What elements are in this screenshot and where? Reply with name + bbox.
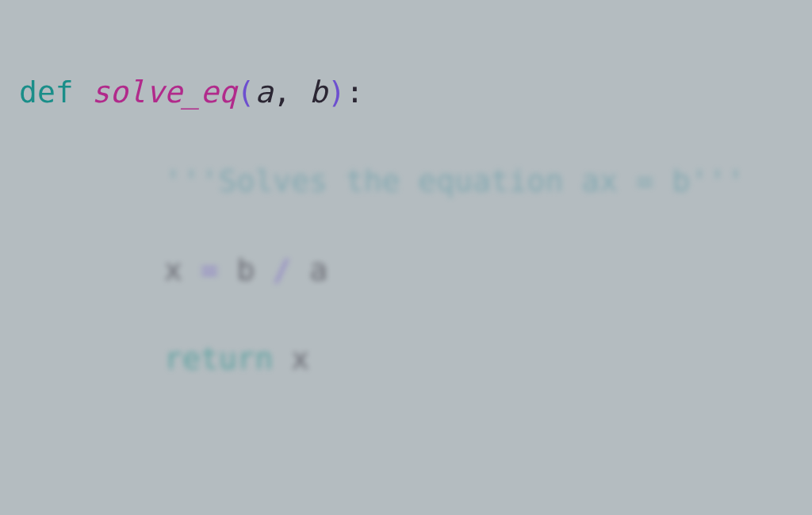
keyword-return: return <box>164 341 291 376</box>
keyword-def: def <box>19 75 92 110</box>
code-line-3: x = b / a <box>19 248 793 292</box>
indent <box>19 252 164 287</box>
var-a: a <box>309 252 327 287</box>
param-b: b <box>309 75 327 110</box>
code-line-1: def solve_eq(a, b): <box>19 70 793 114</box>
indent <box>19 163 164 198</box>
paren-open: ( <box>237 75 255 110</box>
space <box>291 252 309 287</box>
var-b: b <box>237 252 255 287</box>
code-line-4: return x <box>19 336 793 381</box>
op-eq: = <box>201 252 237 287</box>
space <box>255 252 273 287</box>
colon: : <box>346 75 364 110</box>
function-name: solve_eq <box>92 75 237 110</box>
docstring: '''Solves the equation ax = b''' <box>164 163 745 198</box>
param-a: a <box>255 75 273 110</box>
indent <box>19 341 164 376</box>
code-line-5-blank <box>19 425 793 470</box>
code-line-2: '''Solves the equation ax = b''' <box>19 159 793 203</box>
paren-close: ) <box>327 75 346 110</box>
op-slash: / <box>273 252 291 287</box>
code-editor[interactable]: def solve_eq(a, b): '''Solves the equati… <box>0 0 812 515</box>
var-x: x <box>164 252 201 287</box>
comma: , <box>273 75 309 110</box>
var-x: x <box>291 341 309 376</box>
